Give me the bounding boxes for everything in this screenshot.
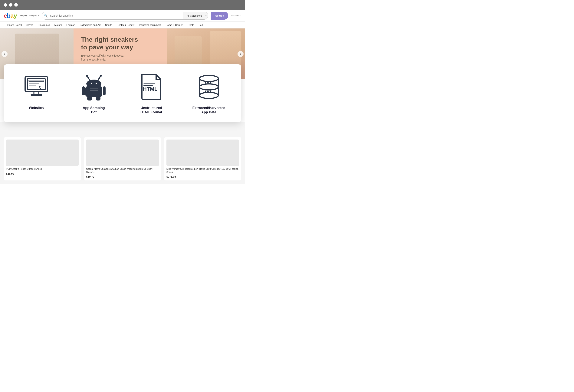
product-card-0[interactable]: PUMA Men's Redon Bungee Shoes $28.99 xyxy=(4,137,81,181)
carousel-arrow-left[interactable]: ‹ xyxy=(1,51,8,57)
feature-overlay-card: Websites xyxy=(4,64,241,122)
nav-item-motors[interactable]: Motors xyxy=(52,22,64,28)
svg-point-10 xyxy=(86,75,88,77)
feature-item-database: Extracred/Harvestes App Data xyxy=(182,72,236,115)
category-dropdown[interactable]: All Categories xyxy=(183,12,208,20)
svg-rect-16 xyxy=(82,86,85,95)
nav-item-sports[interactable]: Sports xyxy=(103,22,114,28)
nav-item-industrial[interactable]: Industrial equipment xyxy=(137,22,163,28)
browser-dot-1 xyxy=(4,3,7,7)
hero-title: The right sneakers to pave your way xyxy=(81,36,159,51)
search-button[interactable]: Search xyxy=(211,12,228,20)
nav-item-electronics[interactable]: Electronics xyxy=(36,22,52,28)
svg-point-37 xyxy=(210,90,211,92)
product-title-0: PUMA Men's Redon Bungee Shoes xyxy=(6,167,79,171)
html-file-icon: HTML xyxy=(136,72,166,102)
svg-rect-4 xyxy=(29,80,44,82)
logo-letter-e: e xyxy=(4,12,7,19)
product-card-2[interactable]: Nike Women's Air Jordan 1 Low Travis Sco… xyxy=(164,137,241,181)
svg-marker-7 xyxy=(39,85,41,89)
nav-item-sell[interactable]: Sell xyxy=(197,22,205,28)
feature-item-app-scraping: App Scraping Bot xyxy=(67,72,121,115)
feature-label-app-scraping: App Scraping Bot xyxy=(83,106,105,115)
svg-point-34 xyxy=(210,82,211,83)
svg-point-28 xyxy=(199,84,218,90)
hero-subtitle: Express yourself with iconic footwear fr… xyxy=(81,54,159,62)
nav-item-deals[interactable]: Deals xyxy=(186,22,196,28)
ebay-navigation: Explore (New!) Saved Electronics Motors … xyxy=(0,22,245,28)
svg-rect-19 xyxy=(96,96,101,101)
nav-item-fashion[interactable]: Fashion xyxy=(64,22,77,28)
android-icon xyxy=(79,72,109,102)
product-price-0: $28.99 xyxy=(6,172,79,175)
nav-item-home[interactable]: Home & Garden xyxy=(164,22,185,28)
browser-dot-2 xyxy=(9,3,12,7)
svg-rect-17 xyxy=(103,86,105,95)
ebay-logo[interactable]: ebay xyxy=(4,12,17,19)
logo-letter-y: y xyxy=(14,12,17,19)
svg-point-11 xyxy=(100,75,102,77)
search-icon: 🔍 xyxy=(42,14,50,18)
category-text: category xyxy=(29,15,37,17)
product-title-2: Nike Women's Air Jordan 1 Low Travis Sco… xyxy=(166,167,239,174)
browser-dot-3 xyxy=(14,3,18,7)
nav-item-health[interactable]: Health & Beauty xyxy=(115,22,136,28)
svg-rect-18 xyxy=(87,96,92,101)
carousel-arrow-right[interactable]: › xyxy=(238,51,244,57)
svg-line-8 xyxy=(87,76,90,80)
shop-by-text: Shop by xyxy=(20,15,27,17)
svg-line-9 xyxy=(98,76,101,80)
monitor-icon xyxy=(21,72,51,102)
feature-label-websites: Websites xyxy=(29,106,44,110)
product-image-0 xyxy=(6,140,79,166)
svg-text:HTML: HTML xyxy=(143,86,158,92)
product-grid: PUMA Men's Redon Bungee Shoes $28.99 Cas… xyxy=(4,137,241,181)
advanced-search-link[interactable]: Advanced xyxy=(231,14,241,17)
ebay-header: ebay Shop by category ▾ 🔍 All Categories… xyxy=(0,10,245,22)
product-image-1 xyxy=(86,140,159,166)
product-price-1: $19.79 xyxy=(86,175,159,178)
svg-point-33 xyxy=(207,82,209,83)
svg-rect-15 xyxy=(85,86,102,97)
products-section: PUMA Men's Redon Bungee Shoes $28.99 Cas… xyxy=(0,122,245,185)
logo-letter-a: a xyxy=(10,12,14,19)
chevron-down-icon: ▾ xyxy=(38,15,39,17)
svg-point-32 xyxy=(205,82,206,83)
svg-point-25 xyxy=(199,75,218,82)
feature-label-database: Extracred/Harvestes App Data xyxy=(192,106,225,115)
logo-letter-b: b xyxy=(7,12,11,19)
search-input[interactable] xyxy=(50,14,183,17)
svg-rect-5 xyxy=(29,83,39,84)
product-card-1[interactable]: Casual Men's Guayabera Cuban Beach Weddi… xyxy=(84,137,161,181)
nav-item-explore[interactable]: Explore (New!) xyxy=(4,22,24,28)
search-bar: 🔍 All Categories xyxy=(42,12,208,20)
svg-rect-3 xyxy=(31,94,42,96)
svg-point-13 xyxy=(91,83,92,84)
svg-point-14 xyxy=(96,83,97,84)
product-price-2: $071.05 xyxy=(166,175,239,178)
browser-chrome xyxy=(0,0,245,10)
feature-item-html: HTML Unstructured HTML Format xyxy=(124,72,178,115)
product-title-1: Casual Men's Guayabera Cuban Beach Weddi… xyxy=(86,167,159,174)
nav-item-saved[interactable]: Saved xyxy=(24,22,35,28)
svg-point-35 xyxy=(205,90,206,92)
nav-item-collectibles[interactable]: Collectibles and Art xyxy=(78,22,102,28)
database-icon xyxy=(194,72,224,102)
svg-rect-6 xyxy=(29,85,36,86)
feature-item-websites: Websites xyxy=(9,72,63,110)
svg-point-31 xyxy=(199,92,218,98)
product-image-2 xyxy=(166,140,239,166)
svg-point-36 xyxy=(207,90,209,92)
feature-label-html: Unstructured HTML Format xyxy=(141,106,162,115)
shop-by-category[interactable]: Shop by category ▾ xyxy=(20,15,39,17)
